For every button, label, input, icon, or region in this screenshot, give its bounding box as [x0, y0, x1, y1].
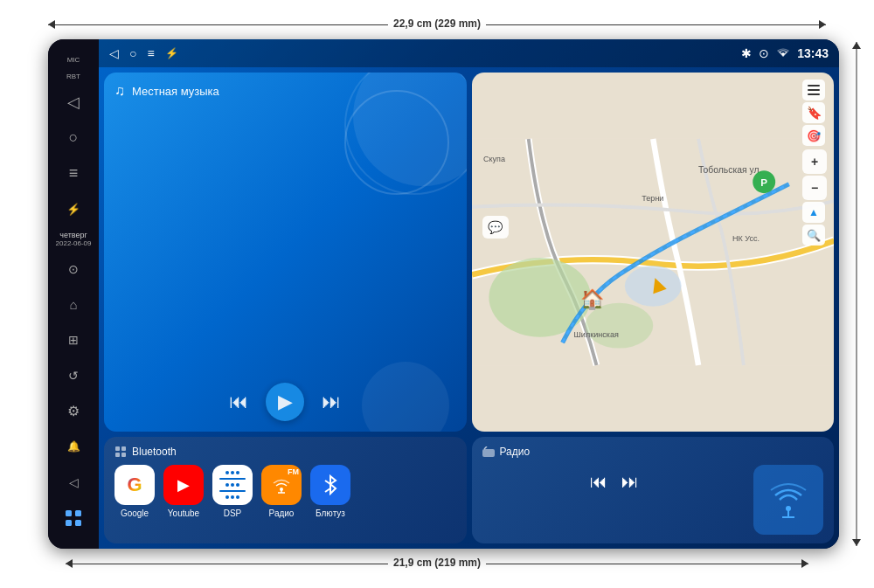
map-bookmark-btn[interactable]: 🔖	[802, 102, 825, 123]
next-btn[interactable]: ⏭	[322, 391, 341, 413]
radio-label: Радио	[269, 508, 295, 518]
usb-btn[interactable]: ⚡	[59, 195, 87, 223]
bluetooth-status-icon: ✱	[741, 46, 752, 60]
radio-header-icon	[482, 446, 495, 457]
radio-title: Радио	[500, 446, 531, 458]
dsp-app-icon[interactable]: DSP	[212, 465, 253, 518]
back-btn[interactable]: ◁	[59, 88, 87, 116]
bluetooth-widget: Bluetooth G Google	[104, 437, 467, 543]
status-right-icons: ✱ ⊙ 13:43	[741, 46, 829, 60]
google-g-letter: G	[127, 474, 142, 496]
svg-text:Терни: Терни	[642, 194, 663, 203]
youtube-app-icon[interactable]: ▶ Youtube	[163, 465, 204, 518]
fm-badge: FM	[288, 467, 299, 476]
svg-rect-1	[75, 510, 81, 516]
radio-controls: ⏮ ⏭	[482, 465, 747, 535]
bluetooth-app-icon[interactable]: Блютуз	[310, 465, 350, 518]
outer-container: 22,9 cm (229 mm) 21,9 cm (219 mm) 12,9 c…	[0, 0, 874, 588]
svg-rect-22	[482, 449, 495, 457]
radio-app-icon[interactable]: FM Ра	[261, 465, 302, 518]
svg-rect-15	[115, 446, 120, 451]
svg-text:P: P	[760, 176, 767, 188]
radio-antenna-icon	[753, 465, 823, 535]
radio-header: Радио	[482, 446, 824, 458]
prev-btn[interactable]: ⏮	[229, 391, 248, 413]
dsp-content	[219, 471, 246, 499]
radio-icon-circle: FM	[261, 465, 302, 505]
svg-rect-0	[66, 510, 72, 516]
dsp-icon-circle	[212, 465, 253, 505]
play-btn[interactable]: ▶	[266, 383, 304, 421]
music-widget[interactable]: ♫ Местная музыка ⏮ ▶ ⏭	[104, 73, 467, 432]
map-widget[interactable]: Тобольская ул. Скупа НК Усс. Шилкинская …	[472, 73, 835, 432]
home-btn[interactable]: ○	[59, 124, 87, 152]
antenna-svg	[766, 478, 810, 522]
radio-widget: Радио ⏮ ⏭	[472, 437, 835, 543]
status-bar: ◁ ○ ≡ ⚡ ✱ ⊙ 13:43	[99, 39, 839, 67]
map-menu-btn[interactable]	[802, 80, 825, 100]
side-panel: MIC RBT ◁ ○ ≡ ⚡ четверг 2022-06-09 ⊙ ⌂ ⊞…	[48, 39, 99, 549]
rbt-label: RBT	[66, 73, 80, 81]
status-left-icons: ◁ ○ ≡ ⚡	[109, 46, 178, 60]
status-time: 13:43	[797, 46, 829, 60]
bottom-dimension-arrow: 21,9 cm (219 mm)	[66, 555, 808, 572]
day-label: четверг	[56, 231, 92, 239]
svg-text:НК Усс.: НК Усс.	[732, 234, 759, 243]
radio-prev-btn[interactable]: ⏮	[590, 472, 607, 492]
svg-text:Тобольская ул.: Тобольская ул.	[698, 165, 761, 175]
svg-rect-2	[66, 520, 72, 526]
map-zoom-in-btn[interactable]: +	[802, 149, 827, 174]
bluetooth-header: Bluetooth	[114, 446, 456, 458]
top-dimension-label: 22,9 cm (229 mm)	[388, 17, 486, 30]
map-compass-btn[interactable]: ▲	[802, 202, 825, 223]
radio-next-btn[interactable]: ⏭	[621, 472, 639, 492]
right-dimension-arrow	[843, 42, 870, 546]
svg-point-5	[489, 258, 591, 337]
bluetooth-header-icon	[114, 446, 127, 458]
location-status-icon: ⊙	[759, 46, 769, 60]
eq-icon[interactable]: ⊞	[59, 326, 87, 354]
back-status-icon[interactable]: ◁	[109, 46, 119, 60]
svg-rect-16	[121, 446, 126, 451]
music-title: Местная музыка	[132, 85, 219, 98]
home-status-icon[interactable]: ○	[129, 46, 136, 60]
map-svg: Тобольская ул. Скупа НК Усс. Шилкинская …	[472, 73, 835, 432]
svg-rect-18	[121, 453, 126, 457]
bluetooth-title: Bluetooth	[132, 446, 177, 458]
svg-line-23	[484, 446, 487, 449]
wifi-status-icon	[776, 46, 790, 60]
usb-status-icon[interactable]: ⚡	[165, 47, 178, 59]
vol-icon[interactable]: 🔔	[59, 432, 87, 460]
map-chat-bubble[interactable]: 💬	[482, 216, 509, 239]
rotate-icon[interactable]: ↺	[59, 362, 87, 390]
music-note-icon: ♫	[114, 83, 125, 99]
app-icons-row: G Google ▶ Youtube	[114, 465, 456, 518]
google-icon-circle: G	[114, 465, 155, 505]
settings-icon[interactable]: ⚙	[59, 397, 87, 425]
map-target-btn[interactable]: 🎯	[802, 125, 825, 146]
device-frame: MIC RBT ◁ ○ ≡ ⚡ четверг 2022-06-09 ⊙ ⌂ ⊞…	[48, 39, 839, 549]
radio-nav-row: ⏮ ⏭	[482, 472, 747, 492]
bottom-section: Bluetooth G Google	[104, 437, 834, 543]
dsp-label: DSP	[224, 508, 242, 518]
date-label: 2022-06-09	[56, 239, 92, 247]
menu-status-icon[interactable]: ≡	[147, 46, 154, 60]
apps-grid-btn[interactable]	[59, 504, 87, 532]
menu-btn[interactable]: ≡	[59, 159, 87, 187]
screen-area: ◁ ○ ≡ ⚡ ✱ ⊙ 13:43	[99, 39, 839, 549]
top-dimension-arrow: 22,9 cm (229 mm)	[48, 16, 826, 33]
clock-icon[interactable]: ⊙	[59, 255, 87, 283]
youtube-label: Youtube	[168, 508, 199, 518]
google-app-icon[interactable]: G Google	[114, 465, 155, 518]
map-search-btn[interactable]: 🔍	[802, 225, 825, 246]
google-label: Google	[121, 508, 149, 518]
house-icon[interactable]: ⌂	[59, 290, 87, 318]
map-zoom-out-btn[interactable]: −	[802, 176, 827, 200]
bluetooth-icon-circle	[310, 465, 350, 505]
svg-rect-3	[75, 520, 81, 526]
radio-waves-icon	[269, 475, 294, 495]
date-block: четверг 2022-06-09	[56, 231, 92, 247]
youtube-icon-circle: ▶	[163, 465, 204, 505]
bluetooth-app-label: Блютуз	[316, 508, 345, 518]
nav-icon[interactable]: ◁	[59, 468, 87, 496]
